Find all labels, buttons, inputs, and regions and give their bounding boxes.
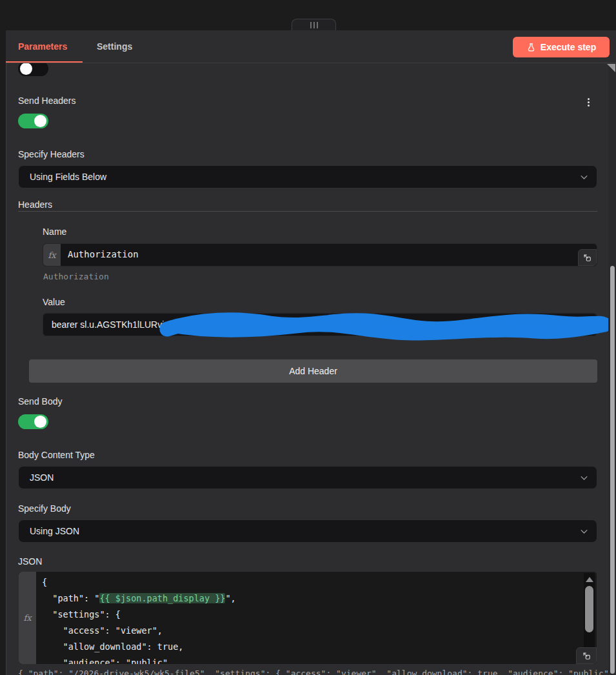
specify-headers-label: Specify Headers bbox=[18, 149, 84, 159]
panel-resize-handle[interactable] bbox=[607, 64, 615, 72]
send-body-toggle[interactable] bbox=[18, 414, 48, 429]
chevron-down-icon bbox=[579, 172, 589, 185]
chevron-down-icon bbox=[579, 527, 589, 539]
outer-scrollbar[interactable] bbox=[608, 63, 616, 675]
body-content-type-select[interactable]: JSON bbox=[18, 466, 597, 489]
section-divider bbox=[18, 211, 597, 212]
send-headers-toggle[interactable] bbox=[18, 114, 48, 128]
redaction-scribble bbox=[159, 308, 611, 343]
header-name-input[interactable]: fx Authorization bbox=[43, 243, 597, 267]
json-code-editor[interactable]: fx { "path": "{{ $json.path_display }}",… bbox=[18, 571, 597, 665]
panel-drag-handle[interactable] bbox=[292, 19, 336, 31]
active-tab-underline bbox=[6, 61, 83, 63]
headers-section-title: Headers bbox=[18, 199, 52, 210]
json-field-label: JSON bbox=[18, 556, 42, 567]
send-headers-label: Send Headers bbox=[18, 96, 76, 106]
tab-settings[interactable]: Settings bbox=[97, 41, 132, 52]
specify-headers-select[interactable]: Using Fields Below bbox=[18, 165, 597, 188]
header-name-hint: Authorization bbox=[43, 272, 109, 281]
header-value-label: Value bbox=[43, 297, 65, 307]
kebab-menu-icon[interactable] bbox=[584, 96, 593, 108]
specify-body-select[interactable]: Using JSON bbox=[18, 519, 597, 543]
panel-top-strip bbox=[0, 0, 616, 30]
expand-editor-icon[interactable] bbox=[578, 249, 597, 266]
panel-header: Parameters Settings Execute step bbox=[6, 30, 616, 63]
header-value-input[interactable]: bearer sl.u.AGSTKh1lLURvj bbox=[43, 313, 597, 336]
editor-scrollbar-thumb[interactable] bbox=[585, 586, 593, 632]
json-code: { "path": "{{ $json.path_display }}", "s… bbox=[42, 574, 236, 665]
outer-scrollbar-thumb[interactable] bbox=[610, 266, 615, 674]
drag-handle-icon bbox=[310, 22, 312, 28]
execute-step-button[interactable]: Execute step bbox=[513, 37, 610, 57]
scroll-up-icon[interactable] bbox=[586, 577, 593, 582]
tab-parameters[interactable]: Parameters bbox=[18, 41, 67, 52]
toggle-partial-off[interactable] bbox=[18, 61, 48, 76]
chevron-down-icon bbox=[579, 473, 589, 485]
specify-body-label: Specify Body bbox=[18, 503, 71, 514]
expression-token: {{ $json.path_display }} bbox=[99, 593, 225, 603]
ndv-parameters-panel: Parameters Settings Execute step Send He… bbox=[0, 0, 616, 675]
expand-editor-icon[interactable] bbox=[576, 647, 597, 664]
fx-expression-badge[interactable]: fx bbox=[19, 572, 36, 664]
flask-icon bbox=[526, 43, 536, 52]
fx-expression-badge[interactable]: fx bbox=[43, 244, 61, 266]
add-header-button[interactable]: Add Header bbox=[29, 359, 597, 383]
send-body-label: Send Body bbox=[18, 396, 63, 407]
body-content-type-label: Body Content Type bbox=[18, 450, 95, 460]
header-name-label: Name bbox=[43, 227, 66, 237]
expression-preview-line: { "path": "/2026-drive-wk5/wk5-file5", "… bbox=[18, 669, 610, 675]
parameters-scroll-area: Send Headers Specify Headers Using Field… bbox=[0, 63, 608, 675]
